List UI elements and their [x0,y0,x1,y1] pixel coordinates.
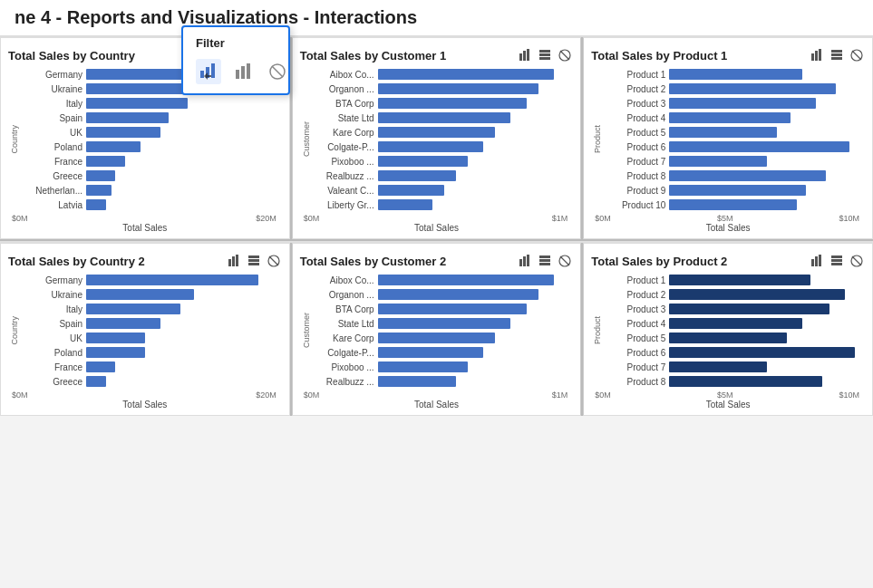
bar-track [669,141,865,152]
bar-fill [669,127,777,138]
svg-rect-41 [523,256,526,266]
bar-track [378,98,574,109]
filter-bars-icon[interactable] [230,59,256,84]
list-item: Ukraine [21,287,282,302]
bar-track [86,376,282,387]
bar-fill [86,361,115,372]
svg-rect-36 [248,259,259,262]
bar-track [669,275,865,285]
chart-product2-icon2[interactable] [829,253,845,269]
bar-track [669,318,865,329]
bar-fill [86,304,180,314]
chart-product1-icon3[interactable] [849,47,865,63]
chart-country2-icon2[interactable] [246,253,262,269]
list-item: Product 2 [604,287,865,302]
svg-rect-45 [539,263,550,265]
list-item: State Ltd [313,111,574,125]
bar-fill [669,304,829,314]
chart-product2-icon1[interactable] [809,253,825,269]
x-axis-label: $20M [256,390,276,400]
list-item: UK [21,125,282,140]
bar-track [378,289,574,300]
bar-fill [669,141,849,152]
x-axis-label: $10M [839,214,859,223]
svg-rect-27 [831,50,842,53]
svg-rect-52 [831,259,842,262]
filter-no-icon[interactable] [265,59,290,84]
bar-fill [669,98,816,109]
chart-customer2-icon3[interactable] [557,253,573,269]
list-item: Aibox Co... [313,67,574,82]
bar-fill [86,156,125,167]
chart-customer1-icon1[interactable] [517,47,533,63]
bar-track [669,289,865,300]
filter-popup-title: Filter [196,36,225,50]
bar-track [669,376,865,387]
chart-product1-icon1[interactable] [809,47,825,63]
x-axis-label: $1M [552,390,568,400]
bar-label: Greece [21,377,86,387]
svg-line-7 [272,66,283,77]
list-item: Product 8 [604,169,865,183]
chart-customer2-title: Total Sales by Customer 2 [300,255,447,268]
bar-label: Product 5 [604,333,669,343]
list-item: Pixoboo ... [313,154,574,169]
chart-customer2-icon1[interactable] [517,253,533,269]
svg-rect-21 [539,57,550,60]
bar-label: Italy [21,304,86,314]
x-axis-label: $10M [839,390,859,400]
svg-rect-32 [228,259,231,266]
bar-label: Spain [21,319,86,329]
bar-fill [86,199,106,210]
svg-rect-16 [519,53,522,61]
bar-track [669,170,865,181]
bar-track [86,170,282,181]
chart-country2-icon3[interactable] [266,253,282,269]
bar-fill [86,333,145,343]
bar-fill [86,141,141,152]
svg-rect-42 [527,255,529,266]
list-item: Spain [21,111,282,125]
chart-product2-icon3[interactable] [849,253,865,269]
bar-label: Ukraine [21,290,86,300]
bar-fill [669,347,855,358]
bar-fill [378,304,527,314]
list-item: Spain [21,316,282,331]
bar-track [378,304,574,314]
bar-fill [378,69,554,80]
bar-track [669,304,865,314]
bar-label: Kare Corp [313,333,378,343]
list-item: Product 5 [604,125,865,140]
bar-label: Product 1 [604,70,669,80]
bar-label: Italy [21,99,86,109]
bar-label: Realbuzz ... [313,377,378,387]
bar-fill [669,275,810,285]
bar-track [378,127,574,138]
chart-customer2-icon2[interactable] [537,253,553,269]
bar-track [378,199,574,210]
bar-label: Product 8 [604,377,669,387]
chart-product1-title: Total Sales by Product 1 [591,49,727,63]
list-item: Product 6 [604,345,865,360]
svg-rect-4 [241,66,245,79]
bar-label: Germany [21,275,86,285]
chart-customer1-icon2[interactable] [537,47,553,63]
bar-track [86,275,282,285]
bar-track [86,361,282,372]
chart-country2-ylabel: Country [10,316,19,345]
list-item: Netherlan... [21,183,282,198]
chart-customer1-icon3[interactable] [557,47,573,63]
svg-rect-49 [815,256,818,266]
chart-product1-icon2[interactable] [829,47,845,63]
bar-fill [378,289,538,300]
page-header: ne 4 - Reports and Visualizations - Inte… [0,0,873,37]
bar-fill [669,361,767,372]
svg-rect-37 [248,263,259,265]
chart-country2-icon1[interactable] [226,253,242,269]
list-item: BTA Corp [313,302,574,316]
filter-bar-icon[interactable] [196,59,221,84]
bar-fill [86,185,112,196]
bar-track [669,333,865,343]
bar-label: Product 6 [604,348,669,358]
bar-label: Product 3 [604,99,669,109]
